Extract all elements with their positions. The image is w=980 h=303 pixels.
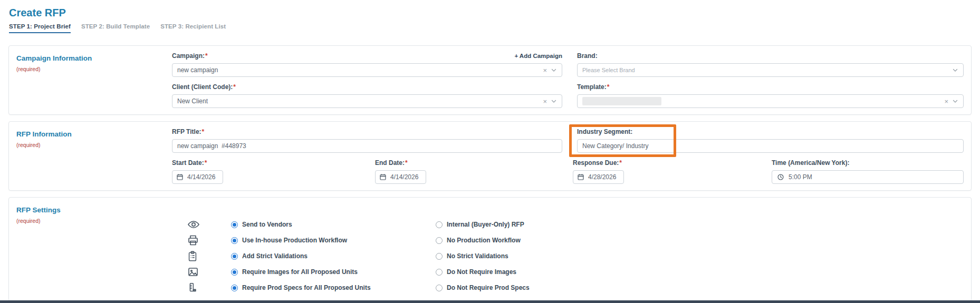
start-date-label-text: Start Date: xyxy=(172,159,204,167)
industry-segment-label: Industry Segment: xyxy=(577,128,632,135)
response-due-input[interactable]: 4/28/2026 xyxy=(573,170,624,184)
rfp-title-input[interactable]: new campaign #448973 xyxy=(172,139,562,153)
clipboard-icon xyxy=(172,250,231,262)
time-label: Time (America/New York): xyxy=(772,159,849,167)
tab-step1-project-brief[interactable]: STEP 1: Project Brief xyxy=(9,23,71,33)
radio-button[interactable] xyxy=(436,285,443,291)
clear-icon[interactable]: × xyxy=(543,98,547,105)
industry-segment-value: New Category/ Industry xyxy=(582,142,648,150)
option-require-prod-specs[interactable]: Require Prod Specs for All Proposed Unit… xyxy=(231,284,436,291)
radio-button[interactable] xyxy=(436,221,443,228)
client-value: New Client xyxy=(177,97,208,105)
option-label: Use In-house Production Workflow xyxy=(242,237,347,244)
setting-row-validations: Add Strict Validations No Strict Validat… xyxy=(172,248,964,264)
radio-button[interactable] xyxy=(436,237,443,244)
option-no-production-workflow[interactable]: No Production Workflow xyxy=(436,237,521,244)
required-asterisk: * xyxy=(205,159,207,167)
brand-select[interactable]: Please Select Brand xyxy=(577,63,964,77)
brand-label: Brand: xyxy=(577,52,598,60)
option-add-strict-validations[interactable]: Add Strict Validations xyxy=(231,252,436,260)
template-redacted-value xyxy=(582,97,661,105)
time-field: Time (America/New York): 5:00 PM xyxy=(772,159,964,184)
required-asterisk: * xyxy=(205,52,208,60)
rfp-title-field: RFP Title:* new campaign #448973 xyxy=(172,128,562,153)
template-field: Template:* × xyxy=(577,83,964,108)
radio-button[interactable] xyxy=(231,253,238,260)
eye-icon xyxy=(172,218,231,231)
printer-icon xyxy=(172,234,231,247)
clock-icon xyxy=(777,173,784,181)
tab-step2-build-template[interactable]: STEP 2: Build Template xyxy=(81,23,150,32)
calendar-icon xyxy=(379,173,387,181)
add-campaign-link[interactable]: + Add Campaign xyxy=(514,53,562,59)
option-no-strict-validations[interactable]: No Strict Validations xyxy=(436,252,508,260)
required-note: (required) xyxy=(16,218,172,224)
radio-button[interactable] xyxy=(231,237,238,244)
industry-segment-field: Industry Segment: New Category/ Industry xyxy=(577,128,964,153)
chevron-down-icon[interactable] xyxy=(551,67,557,73)
rfp-section-heading: RFP Information (required) xyxy=(16,128,172,184)
template-select[interactable]: × xyxy=(577,94,964,108)
option-send-to-vendors[interactable]: Send to Vendors xyxy=(231,221,436,228)
response-due-label: Response Due:* xyxy=(573,159,622,167)
brand-field: Brand: Please Select Brand xyxy=(577,52,964,77)
page-header: Create RFP STEP 1: Project Brief STEP 2:… xyxy=(0,0,980,35)
required-asterisk: * xyxy=(405,159,408,167)
option-do-not-require-images[interactable]: Do Not Require Images xyxy=(436,268,516,276)
chevron-down-icon[interactable] xyxy=(952,98,958,104)
response-due-field: Response Due:* 4/28/2026 xyxy=(573,159,772,184)
campaign-label: Campaign:* xyxy=(172,52,208,60)
time-value: 5:00 PM xyxy=(789,173,812,181)
radio-button[interactable] xyxy=(231,221,238,228)
option-label: No Strict Validations xyxy=(447,252,508,260)
end-date-label: End Date:* xyxy=(375,159,408,167)
tab-step3-recipient-list[interactable]: STEP 3: Recipient List xyxy=(160,23,226,32)
required-asterisk: * xyxy=(619,159,622,167)
option-label: Require Prod Specs for All Proposed Unit… xyxy=(242,284,371,291)
template-label: Template:* xyxy=(577,83,609,91)
time-input[interactable]: 5:00 PM xyxy=(772,170,964,184)
response-due-label-text: Response Due: xyxy=(573,159,619,167)
chevron-down-icon[interactable] xyxy=(551,98,557,104)
rfp-title-label-text: RFP Title: xyxy=(172,128,201,135)
radio-button[interactable] xyxy=(436,269,443,276)
start-date-value: 4/14/2026 xyxy=(187,173,215,181)
rfp-information-section: RFP Information (required) RFP Title:* n… xyxy=(8,121,972,191)
option-label: Send to Vendors xyxy=(242,221,292,228)
radio-button[interactable] xyxy=(231,285,238,291)
calendar-icon xyxy=(176,173,184,181)
radio-button[interactable] xyxy=(436,253,443,260)
option-label: Internal (Buyer-Only) RFP xyxy=(447,221,524,228)
radio-button[interactable] xyxy=(231,269,238,276)
campaign-information-section: Campaign Information (required) Campaign… xyxy=(8,45,972,115)
setting-row-prod-specs: Require Prod Specs for All Proposed Unit… xyxy=(172,280,964,296)
end-date-label-text: End Date: xyxy=(375,159,405,167)
client-label: Client (Client Code):* xyxy=(172,83,236,91)
end-date-input[interactable]: 4/14/2026 xyxy=(375,170,426,184)
bottom-bar xyxy=(0,300,980,303)
required-note: (required) xyxy=(16,66,172,72)
rfp-title-label: RFP Title:* xyxy=(172,128,204,135)
section-title: RFP Information xyxy=(16,130,172,138)
required-asterisk: * xyxy=(233,83,236,91)
option-require-images[interactable]: Require Images for All Proposed Units xyxy=(231,268,436,276)
brand-placeholder: Please Select Brand xyxy=(582,67,635,73)
clear-icon[interactable]: × xyxy=(944,98,948,105)
required-asterisk: * xyxy=(202,128,205,135)
client-select[interactable]: New Client × xyxy=(172,94,562,108)
option-use-inhouse-production-workflow[interactable]: Use In-house Production Workflow xyxy=(231,237,436,244)
option-label: Do Not Require Prod Specs xyxy=(447,284,530,291)
start-date-input[interactable]: 4/14/2026 xyxy=(172,170,223,184)
campaign-select[interactable]: new campaign × xyxy=(172,63,562,77)
chevron-down-icon[interactable] xyxy=(952,67,958,73)
industry-segment-input[interactable]: New Category/ Industry xyxy=(577,139,964,153)
settings-section-heading: RFP Settings (required) xyxy=(16,204,172,295)
section-title: RFP Settings xyxy=(16,206,172,214)
option-do-not-require-prod-specs[interactable]: Do Not Require Prod Specs xyxy=(436,284,530,291)
image-icon xyxy=(172,266,231,278)
option-internal-buyer-only-rfp[interactable]: Internal (Buyer-Only) RFP xyxy=(436,221,524,228)
end-date-field: End Date:* 4/14/2026 xyxy=(375,159,573,184)
page-title: Create RFP xyxy=(9,6,980,19)
clear-icon[interactable]: × xyxy=(543,67,547,74)
option-label: Do Not Require Images xyxy=(447,268,516,276)
